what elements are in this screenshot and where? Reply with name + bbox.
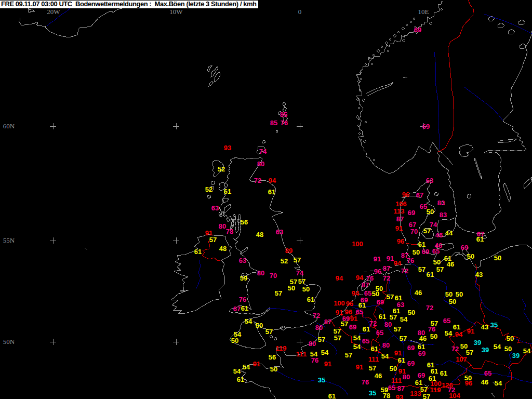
svg-text:63: 63 <box>211 204 219 212</box>
svg-text:57: 57 <box>334 334 341 342</box>
svg-text:61: 61 <box>440 369 447 377</box>
svg-text:69: 69 <box>422 248 429 256</box>
svg-text:50: 50 <box>256 322 263 329</box>
svg-text:91: 91 <box>324 360 331 368</box>
svg-text:61: 61 <box>427 271 434 278</box>
svg-text:50: 50 <box>231 337 238 344</box>
svg-text:74: 74 <box>296 269 304 277</box>
svg-text:10E: 10E <box>418 8 429 16</box>
svg-text:57: 57 <box>318 336 325 343</box>
svg-text:61: 61 <box>237 376 244 383</box>
svg-text:96: 96 <box>465 379 472 387</box>
svg-text:57: 57 <box>418 265 425 273</box>
svg-text:54: 54 <box>400 315 408 323</box>
svg-text:96: 96 <box>346 300 353 308</box>
svg-text:57: 57 <box>294 256 301 264</box>
svg-text:46: 46 <box>447 260 454 268</box>
svg-text:69: 69 <box>349 323 356 331</box>
svg-text:94: 94 <box>336 274 343 282</box>
svg-text:57: 57 <box>387 293 394 301</box>
svg-text:50: 50 <box>390 365 397 373</box>
svg-text:69: 69 <box>461 244 468 251</box>
svg-text:94: 94 <box>394 259 402 267</box>
svg-text:54: 54 <box>523 347 531 355</box>
svg-text:43: 43 <box>475 271 483 278</box>
svg-text:61: 61 <box>379 313 386 321</box>
svg-text:50: 50 <box>270 365 277 373</box>
svg-text:69: 69 <box>408 209 415 217</box>
svg-text:65: 65 <box>388 384 395 392</box>
svg-text:126: 126 <box>442 381 453 389</box>
svg-text:54: 54 <box>445 329 453 337</box>
svg-text:93: 93 <box>396 393 403 399</box>
svg-text:91: 91 <box>387 255 394 262</box>
svg-text:60N: 60N <box>3 122 15 130</box>
svg-text:54: 54 <box>321 349 329 356</box>
svg-text:91: 91 <box>350 315 357 323</box>
svg-text:85: 85 <box>280 111 287 118</box>
svg-text:96: 96 <box>402 191 409 198</box>
svg-text:69: 69 <box>414 26 421 34</box>
svg-text:83: 83 <box>440 211 447 219</box>
svg-text:57: 57 <box>369 364 376 372</box>
svg-text:50: 50 <box>494 254 501 262</box>
svg-text:46: 46 <box>375 372 382 380</box>
svg-text:57: 57 <box>423 393 430 399</box>
svg-text:50: 50 <box>413 248 420 256</box>
svg-text:57: 57 <box>423 227 431 235</box>
svg-text:69: 69 <box>422 123 430 130</box>
svg-text:80: 80 <box>384 321 392 328</box>
svg-text:76: 76 <box>428 325 435 333</box>
svg-text:72: 72 <box>313 312 320 320</box>
svg-text:133: 133 <box>410 390 421 397</box>
svg-text:46: 46 <box>415 289 422 297</box>
svg-text:100: 100 <box>334 299 345 307</box>
svg-text:65: 65 <box>376 329 383 337</box>
svg-text:54: 54 <box>381 352 389 360</box>
svg-text:91: 91 <box>467 327 474 335</box>
svg-text:72: 72 <box>401 267 408 275</box>
svg-text:46: 46 <box>435 231 443 239</box>
svg-text:39: 39 <box>482 346 489 354</box>
svg-text:57: 57 <box>275 289 282 297</box>
svg-text:10W: 10W <box>169 8 183 16</box>
svg-text:111: 111 <box>368 355 379 363</box>
svg-text:61: 61 <box>371 345 378 353</box>
svg-text:70: 70 <box>410 228 418 235</box>
svg-text:57: 57 <box>341 320 348 328</box>
svg-text:93: 93 <box>224 144 231 152</box>
svg-text:43: 43 <box>481 323 488 331</box>
svg-text:57: 57 <box>345 351 352 359</box>
svg-text:96: 96 <box>397 237 404 245</box>
svg-text:57: 57 <box>265 328 273 336</box>
svg-text:87: 87 <box>383 264 390 272</box>
svg-text:65: 65 <box>362 337 369 345</box>
svg-text:74: 74 <box>259 148 267 155</box>
svg-text:107: 107 <box>456 355 467 363</box>
svg-text:65: 65 <box>484 369 491 377</box>
svg-text:50N: 50N <box>3 338 15 345</box>
svg-text:96: 96 <box>374 268 381 275</box>
svg-text:52: 52 <box>218 165 225 173</box>
svg-text:50: 50 <box>408 309 415 316</box>
svg-text:91: 91 <box>394 349 402 357</box>
svg-text:87: 87 <box>397 384 405 392</box>
svg-text:56: 56 <box>241 218 248 226</box>
svg-text:50: 50 <box>504 345 512 353</box>
svg-text:57: 57 <box>390 313 397 321</box>
svg-text:94: 94 <box>356 274 364 282</box>
svg-text:57: 57 <box>420 385 428 393</box>
svg-text:54: 54 <box>243 363 250 371</box>
svg-text:106: 106 <box>395 200 407 208</box>
svg-text:61: 61 <box>476 235 484 243</box>
svg-text:48: 48 <box>256 231 263 238</box>
svg-text:54: 54 <box>353 343 361 351</box>
svg-text:50: 50 <box>456 290 463 298</box>
svg-text:65: 65 <box>432 247 440 255</box>
svg-text:111: 111 <box>391 377 402 384</box>
svg-text:61: 61 <box>224 188 231 195</box>
svg-text:35: 35 <box>490 321 498 329</box>
svg-text:91: 91 <box>395 224 403 232</box>
svg-text:65: 65 <box>443 317 450 325</box>
svg-text:89: 89 <box>285 247 292 255</box>
